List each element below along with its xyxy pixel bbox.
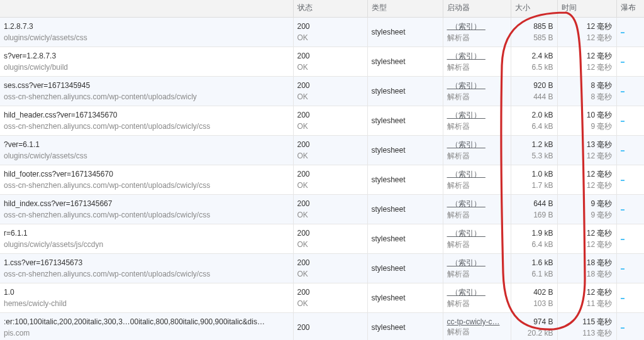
table-row[interactable]: r=6.1.1olugins/cwicly/assets/js/ccdyn200…: [0, 224, 644, 254]
cell-type: stylesheet: [367, 254, 443, 283]
initiator-parser: 解析器: [447, 239, 507, 250]
cell-name[interactable]: 1.2.8.7.3olugins/cwicly/assets/css: [0, 18, 293, 47]
col-header-status[interactable]: 状态: [293, 0, 367, 18]
table-row[interactable]: :er:100,100italic,200,200italic,300,3…00…: [0, 313, 644, 341]
time-total: 12 毫秒: [562, 21, 613, 32]
cell-name[interactable]: 1.css?ver=1671345673oss-cn-shenzhen.aliy…: [0, 254, 293, 283]
initiator-link[interactable]: （索引）: [447, 287, 507, 298]
waterfall-bar-icon: [621, 91, 625, 92]
time-latency: 12 毫秒: [562, 32, 613, 43]
cell-name[interactable]: r=6.1.1olugins/cwicly/assets/js/ccdyn: [0, 224, 293, 254]
cell-waterfall: [616, 18, 644, 47]
waterfall-bar-icon: [621, 327, 625, 329]
request-path: oss-cn-shenzhen.aliyuncs.com/wp-content/…: [4, 268, 289, 280]
cell-status: 200OK: [293, 18, 367, 47]
request-name: hild_footer.css?ver=1671345670: [4, 168, 289, 180]
size-transfer: 885 B: [515, 21, 553, 32]
resource-type: stylesheet: [372, 26, 439, 38]
size-resource: 444 B: [515, 91, 553, 102]
resource-type: stylesheet: [372, 56, 439, 67]
initiator-parser: 解析器: [447, 121, 507, 132]
table-row[interactable]: s?ver=1.2.8.7.3olugins/cwicly/build200OK…: [0, 47, 644, 77]
table-row[interactable]: hild_footer.css?ver=1671345670oss-cn-she…: [0, 165, 644, 195]
col-header-size[interactable]: 大小: [511, 0, 557, 18]
initiator-link[interactable]: （索引）: [447, 51, 507, 62]
table-row[interactable]: ses.css?ver=1671345945oss-cn-shenzhen.al…: [0, 77, 644, 106]
cell-time: 12 毫秒12 毫秒: [557, 18, 616, 47]
initiator-link[interactable]: （索引）: [447, 21, 507, 32]
time-latency: 12 毫秒: [562, 150, 613, 162]
cell-waterfall: [616, 47, 644, 77]
col-header-type[interactable]: 类型: [367, 0, 443, 18]
initiator-link[interactable]: （索引）: [447, 199, 507, 209]
cell-name[interactable]: 1.0hemes/cwicly-child: [0, 283, 293, 313]
size-transfer: 644 B: [515, 198, 553, 209]
initiator-link[interactable]: （索引）: [447, 228, 507, 239]
time-total: 8 毫秒: [562, 80, 613, 91]
request-name: ?ver=6.1.1: [4, 139, 289, 150]
cell-waterfall: [616, 165, 644, 195]
table-row[interactable]: hild_index.css?ver=1671345667oss-cn-shen…: [0, 195, 644, 224]
cell-initiator: （索引） 解析器: [443, 283, 511, 313]
status-code: 200: [297, 21, 364, 32]
request-path: oss-cn-shenzhen.aliyuncs.com/wp-content/…: [4, 209, 289, 221]
cell-name[interactable]: hild_index.css?ver=1671345667oss-cn-shen…: [0, 195, 293, 224]
table-row[interactable]: 1.0hemes/cwicly-child200OKstylesheet （索引…: [0, 283, 644, 313]
cell-status: 200OK: [293, 106, 367, 136]
time-total: 12 毫秒: [562, 168, 613, 180]
size-resource: 103 B: [515, 298, 553, 309]
initiator-link[interactable]: （索引）: [447, 169, 507, 180]
initiator-link[interactable]: （索引）: [447, 110, 507, 121]
size-resource: 20.2 kB: [515, 327, 553, 339]
cell-initiator: （索引） 解析器: [443, 224, 511, 254]
initiator-link[interactable]: （索引）: [447, 80, 507, 91]
cell-type: stylesheet: [367, 136, 443, 165]
request-name: 1.0: [4, 287, 289, 298]
size-transfer: 1.2 kB: [515, 139, 553, 150]
cell-time: 18 毫秒18 毫秒: [557, 254, 616, 283]
table-row[interactable]: hild_header.css?ver=1671345670oss-cn-she…: [0, 106, 644, 136]
cell-time: 12 毫秒12 毫秒: [557, 224, 616, 254]
cell-name[interactable]: :er:100,100italic,200,200italic,300,3…00…: [0, 313, 293, 341]
initiator-link[interactable]: （索引）: [447, 140, 507, 150]
cell-status: 200OK: [293, 254, 367, 283]
size-transfer: 2.0 kB: [515, 109, 553, 121]
cell-initiator: （索引） 解析器: [443, 47, 511, 77]
size-resource: 6.5 kB: [515, 62, 553, 73]
resource-type: stylesheet: [372, 115, 439, 126]
time-total: 13 毫秒: [562, 139, 613, 150]
request-path: olugins/cwicly/assets/css: [4, 32, 289, 43]
cell-size: 2.4 kB6.5 kB: [511, 47, 557, 77]
size-resource: 5.3 kB: [515, 150, 553, 162]
cell-name[interactable]: s?ver=1.2.8.7.3olugins/cwicly/build: [0, 47, 293, 77]
initiator-link[interactable]: （索引）: [447, 258, 507, 268]
col-header-time[interactable]: 时间: [557, 0, 616, 18]
cell-name[interactable]: ?ver=6.1.1olugins/cwicly/assets/css: [0, 136, 293, 165]
col-header-waterfall[interactable]: 瀑布: [616, 0, 644, 18]
size-transfer: 1.9 kB: [515, 228, 553, 239]
status-text: OK: [297, 298, 364, 309]
status-text: OK: [297, 239, 364, 250]
col-header-initiator[interactable]: 启动器: [443, 0, 511, 18]
time-latency: 12 毫秒: [562, 239, 613, 250]
status-code: 200: [297, 168, 364, 180]
cell-initiator: cc-tp-cwicly-c…解析器: [443, 313, 511, 341]
cell-type: stylesheet: [367, 165, 443, 195]
col-header-name[interactable]: [0, 0, 293, 18]
table-row[interactable]: 1.2.8.7.3olugins/cwicly/assets/css200OKs…: [0, 18, 644, 47]
size-resource: 1.7 kB: [515, 180, 553, 191]
table-row[interactable]: ?ver=6.1.1olugins/cwicly/assets/css200OK…: [0, 136, 644, 165]
resource-type: stylesheet: [372, 322, 439, 333]
status-text: OK: [297, 180, 364, 191]
cell-name[interactable]: hild_header.css?ver=1671345670oss-cn-she…: [0, 106, 293, 136]
status-code: 200: [297, 322, 364, 333]
cell-name[interactable]: hild_footer.css?ver=1671345670oss-cn-she…: [0, 165, 293, 195]
waterfall-bar-icon: [621, 62, 625, 63]
cell-name[interactable]: ses.css?ver=1671345945oss-cn-shenzhen.al…: [0, 77, 293, 106]
request-name: r=6.1.1: [4, 228, 289, 239]
initiator-link[interactable]: cc-tp-cwicly-c…: [447, 317, 507, 326]
resource-type: stylesheet: [372, 263, 439, 274]
request-name: ses.css?ver=1671345945: [4, 80, 289, 91]
table-header-row: 状态 类型 启动器 大小 时间 瀑布: [0, 0, 644, 18]
table-row[interactable]: 1.css?ver=1671345673oss-cn-shenzhen.aliy…: [0, 254, 644, 283]
